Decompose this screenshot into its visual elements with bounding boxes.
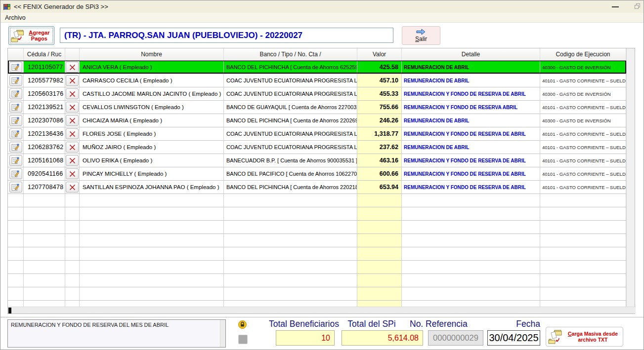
entity-title-field[interactable] xyxy=(60,28,393,43)
table-row[interactable]: 1205161068OLIVO ERIKA ( Empleado )BANECU… xyxy=(8,154,626,167)
valor-cell[interactable]: 246.26 xyxy=(357,114,402,127)
table-row[interactable]: 0920541166PINCAY MICHELLY ( Empleado )BA… xyxy=(8,167,626,181)
scrollbar-thumb[interactable] xyxy=(8,308,11,313)
codigo-cell[interactable]: 40101 - GASTO CORRIENTE – SUELDOS xyxy=(540,74,626,87)
delete-row-button[interactable] xyxy=(66,168,79,179)
nombre-cell[interactable]: ANICIA VERA ( Empleado ) xyxy=(80,61,224,74)
banco-cell[interactable]: BANCO DEL PICHINCHA [ Cuenta de Ahorros … xyxy=(224,61,357,74)
nombre-cell[interactable]: OLIVO ERIKA ( Empleado ) xyxy=(80,154,224,167)
valor-cell[interactable]: 455.33 xyxy=(357,87,402,100)
cedula-cell[interactable]: 1205603176 xyxy=(24,87,65,100)
detalle-cell[interactable]: REMUNERACION Y FONDO DE RESERVA DE ABRIL xyxy=(402,87,540,100)
carga-masiva-button[interactable]: Carga Masiva desde archivo TXT xyxy=(546,327,623,347)
nombre-cell[interactable]: SANTILLAN ESPINOZA JOHANNA PAO ( Emplead… xyxy=(80,181,224,194)
column-header-nombre[interactable]: Nombre xyxy=(80,48,224,60)
detalle-cell[interactable]: REMUNERACION Y FONDO DE RESERVA DE ABRIL xyxy=(402,167,540,180)
cedula-cell[interactable]: 1202139521 xyxy=(24,101,65,114)
gray-square-button[interactable] xyxy=(238,335,248,344)
valor-cell[interactable]: 653.94 xyxy=(357,181,402,194)
delete-row-button[interactable] xyxy=(66,88,79,99)
table-row[interactable]: 1202307086CHICAIZA MARIA ( Empleado )BAN… xyxy=(8,114,626,127)
valor-cell[interactable]: 463.16 xyxy=(357,154,402,167)
edit-row-button[interactable] xyxy=(9,155,22,166)
banco-cell[interactable]: COAC JUVENTUD ECUATORIANA PROGRESISTA LT… xyxy=(224,87,357,100)
codigo-cell[interactable]: 40101 - GASTO CORRIENTE – SUELDOS xyxy=(540,167,626,180)
banco-cell[interactable]: COAC JUVENTUD ECUATORIANA PROGRESISTA LT… xyxy=(224,127,357,140)
column-header-valor[interactable]: Valor xyxy=(357,48,402,60)
column-header-banco-tipo-no-cta-[interactable]: Banco / Tipo / No. Cta / xyxy=(224,48,357,60)
valor-cell[interactable]: 237.62 xyxy=(357,141,402,154)
cedula-cell[interactable]: 1206283762 xyxy=(24,141,65,154)
table-row[interactable]: 1205577982CARRASCO CECILIA ( Empleado )C… xyxy=(8,74,626,87)
banco-cell[interactable]: BANECUADOR B.P. [ Cuenta de Ahorros 9000… xyxy=(224,154,357,167)
edit-row-button[interactable] xyxy=(9,168,22,179)
detalle-cell[interactable]: REMUNERACION DE ABRIL xyxy=(402,74,540,87)
codigo-cell[interactable]: 40101 - GASTO CORRIENTE – SUELDOS xyxy=(540,154,626,167)
valor-cell[interactable]: 755.66 xyxy=(357,101,402,114)
cedula-cell[interactable]: 1201105077 xyxy=(24,61,65,74)
banco-cell[interactable]: BANCO DE GUAYAQUIL [ Cuenta de Ahorros 2… xyxy=(224,101,357,114)
edit-row-button[interactable] xyxy=(9,182,22,193)
edit-row-button[interactable] xyxy=(9,142,22,153)
column-header-blank-2[interactable] xyxy=(65,48,80,60)
memo-scrollbar[interactable] xyxy=(220,320,225,347)
codigo-cell[interactable]: 40101 - GASTO CORRIENTE – SUELDOS xyxy=(540,127,626,140)
table-row[interactable]: 1201105077ANICIA VERA ( Empleado )BANCO … xyxy=(8,61,626,74)
column-header-c-dula-ruc[interactable]: Cédula / Ruc xyxy=(24,48,65,60)
banco-cell[interactable]: BANCO DEL PICHINCHA [ Cuenta de Ahorros … xyxy=(224,181,357,194)
delete-row-button[interactable] xyxy=(66,155,79,166)
table-row[interactable]: 1202136436FLORES JOSE ( Empleado )COAC J… xyxy=(8,127,626,141)
banco-cell[interactable]: COAC JUVENTUD ECUATORIANA PROGRESISTA LT… xyxy=(224,74,357,87)
banco-cell[interactable]: COAC JUVENTUD ECUATORIANA PROGRESISTA LT… xyxy=(224,141,357,154)
nombre-cell[interactable]: CEVALLOS LIWINSGTON ( Empleado ) xyxy=(80,101,224,114)
delete-row-button[interactable] xyxy=(66,102,79,113)
table-row[interactable]: 1205603176CASTILLO JACOME MARLON JACINTO… xyxy=(8,87,626,101)
edit-row-button[interactable] xyxy=(9,88,22,99)
cedula-cell[interactable]: 0920541166 xyxy=(24,167,65,180)
restore-button[interactable] xyxy=(635,3,641,9)
delete-row-button[interactable] xyxy=(66,62,79,73)
detalle-cell[interactable]: REMUNERACION Y FONDO DE RESERVA DE ABRIL xyxy=(402,154,540,167)
minimize-button[interactable] xyxy=(612,6,619,7)
edit-row-button[interactable] xyxy=(9,115,22,126)
grid-horizontal-scrollbar[interactable] xyxy=(8,307,636,313)
detalle-cell[interactable]: REMUNERACION DE ABRIL xyxy=(402,114,540,127)
column-header-codigo-de-ejecucion[interactable]: Codigo de Ejecucion xyxy=(540,48,626,60)
cedula-cell[interactable]: 1207708478 xyxy=(24,181,65,194)
edit-row-button[interactable] xyxy=(9,102,22,113)
valor-cell[interactable]: 1,318.77 xyxy=(357,127,402,140)
total-beneficiarios-field[interactable] xyxy=(276,330,335,346)
delete-row-button[interactable] xyxy=(66,142,79,153)
banco-cell[interactable]: BANCO DEL PICHINCHA [ Cuenta de Ahorros … xyxy=(224,114,357,127)
delete-row-button[interactable] xyxy=(66,182,79,193)
valor-cell[interactable]: 425.58 xyxy=(357,61,402,74)
agregar-pagos-button[interactable]: Agregar Pagos xyxy=(8,26,54,45)
total-spi-field[interactable] xyxy=(342,330,423,346)
edit-row-button[interactable] xyxy=(9,128,22,139)
nombre-cell[interactable]: CARRASCO CECILIA ( Empleado ) xyxy=(80,74,224,87)
table-row[interactable]: 1202139521CEVALLOS LIWINSGTON ( Empleado… xyxy=(8,101,626,114)
edit-row-button[interactable] xyxy=(9,62,22,73)
detalle-cell[interactable]: REMUNERACION Y FONDO DE RESERVA ABRIL xyxy=(402,101,540,114)
nombre-cell[interactable]: CASTILLO JACOME MARLON JACINTO ( Emplead… xyxy=(80,87,224,100)
codigo-cell[interactable]: 40101 - GASTO CORRIENTE – SUELDOS xyxy=(540,141,626,154)
fecha-field[interactable] xyxy=(487,330,540,346)
column-header-blank-0[interactable] xyxy=(8,48,24,60)
cedula-cell[interactable]: 1205161068 xyxy=(24,154,65,167)
cedula-cell[interactable]: 1205577982 xyxy=(24,74,65,87)
codigo-cell[interactable]: 40101 - GASTO CORRIENTE – SUELDOS xyxy=(540,181,626,194)
codigo-cell[interactable]: 40300 - GASTO DE INVERSIÓN xyxy=(540,87,626,100)
menu-archivo[interactable]: Archivo xyxy=(0,13,30,22)
grid-vertical-scrollbar[interactable] xyxy=(626,48,635,307)
nombre-cell[interactable]: FLORES JOSE ( Empleado ) xyxy=(80,127,224,140)
codigo-cell[interactable]: 40300 - GASTO DE INVERSIÓN xyxy=(540,61,626,74)
valor-cell[interactable]: 600.66 xyxy=(357,167,402,180)
valor-cell[interactable]: 457.10 xyxy=(357,74,402,87)
detalle-cell[interactable]: REMUNERACION Y FONDO DE RESERVA DE ABRIL xyxy=(402,181,540,194)
delete-row-button[interactable] xyxy=(66,75,79,86)
salir-button[interactable]: Salir xyxy=(402,26,440,45)
codigo-cell[interactable]: 40300 - GASTO DE INVERSIÓN xyxy=(540,114,626,127)
no-referencia-field[interactable] xyxy=(428,330,483,346)
delete-row-button[interactable] xyxy=(66,128,79,139)
nombre-cell[interactable]: PINCAY MICHELLY ( Empleado ) xyxy=(80,167,224,180)
